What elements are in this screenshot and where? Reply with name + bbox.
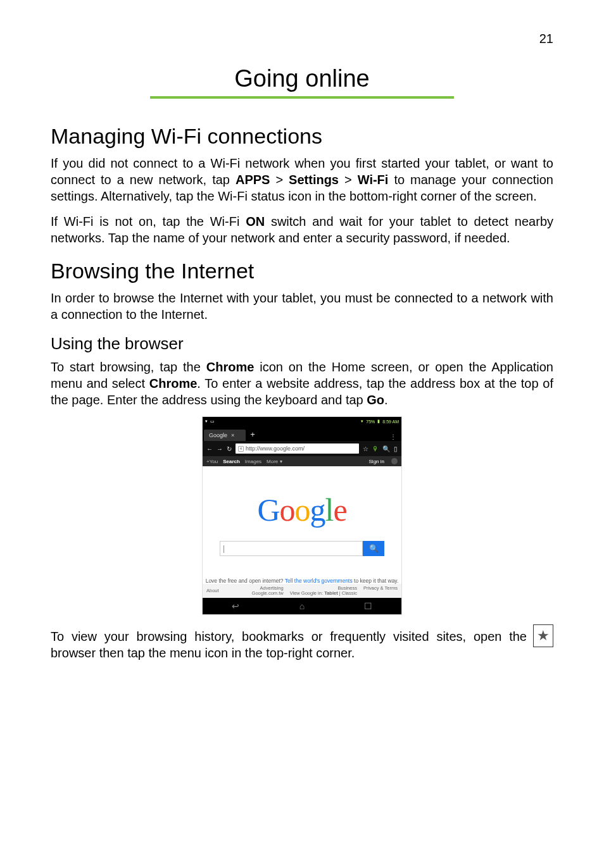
recents-nav-icon[interactable]: ☐ xyxy=(356,601,381,611)
page-number: 21 xyxy=(51,32,553,46)
sign-in-button[interactable]: Sign in xyxy=(366,458,387,465)
magnifier-icon: 🔍 xyxy=(369,544,379,553)
last-paragraph: To view your browsing history, bookmarks… xyxy=(51,628,527,661)
nav-more[interactable]: More ▾ xyxy=(267,459,282,464)
battery-text: 75% xyxy=(366,419,375,424)
title-divider xyxy=(150,96,454,99)
text: > xyxy=(339,173,358,187)
google-footer: About Advertising Google.com.tw Business… xyxy=(203,584,401,598)
text-bold-settings: Settings xyxy=(289,173,339,187)
reload-icon[interactable]: ↻ xyxy=(227,445,232,452)
battery-icon: ▮ xyxy=(377,419,380,424)
microphone-icon[interactable]: 🎙 xyxy=(372,445,379,452)
logo-letter: G xyxy=(257,492,279,528)
search-input[interactable]: | xyxy=(220,541,363,556)
text-bold-wifi: Wi-Fi xyxy=(358,173,389,187)
status-bar: ▾ ▭ ▾ 75% ▮ 8:59 AM xyxy=(203,417,401,426)
android-nav-bar: ↩ ⌂ ☐ xyxy=(203,598,401,614)
footer-locale[interactable]: Google.com.tw xyxy=(252,591,284,596)
wifi-icon: ▾ xyxy=(205,419,208,424)
text-bold-chrome2: Chrome xyxy=(149,376,198,390)
promo-link[interactable]: Tell the world's governments xyxy=(285,578,353,584)
bookmark-icon[interactable]: ▯ xyxy=(394,445,398,452)
text-bold-go: Go xyxy=(367,393,384,407)
nav-plus-you[interactable]: +You xyxy=(206,459,218,464)
gear-icon[interactable] xyxy=(391,458,398,464)
search-button[interactable]: 🔍 xyxy=(363,541,384,556)
forward-icon[interactable]: → xyxy=(217,445,223,452)
bookmark-star-icon: ★ xyxy=(533,624,553,647)
wifi-para-1: If you did not connect to a Wi-Fi networ… xyxy=(51,155,553,204)
logo-letter: o xyxy=(295,492,310,528)
url-input[interactable]: 4 http://www.google.com/ xyxy=(236,443,359,454)
nav-images[interactable]: Images xyxy=(245,459,261,464)
text: Love the free and open internet? xyxy=(206,578,285,584)
kebab-menu-icon[interactable]: ⋮ xyxy=(386,436,400,441)
browse-para-1: In order to browse the Internet with you… xyxy=(51,290,553,323)
google-logo: G o o g l e xyxy=(257,492,346,528)
star-icon[interactable]: ☆ xyxy=(363,445,368,452)
tab-strip: Google × + ⋮ xyxy=(203,426,401,441)
text: > xyxy=(270,173,289,187)
battery-outline-icon: ▭ xyxy=(210,419,215,424)
heading-browsing: Browsing the Internet xyxy=(51,259,553,283)
text: to keep it that way. xyxy=(353,578,399,584)
footer-terms[interactable]: Privacy & Terms xyxy=(363,586,398,591)
using-para: To start browsing, tap the Chrome icon o… xyxy=(51,359,553,408)
text-bold-chrome1: Chrome xyxy=(206,360,255,374)
footer-about[interactable]: About xyxy=(206,588,219,593)
page-title: Going online xyxy=(51,65,553,92)
footer-view-mode: View Google in: Tablet | Classic xyxy=(290,591,357,596)
star-icon: ★ xyxy=(537,629,550,643)
back-nav-icon[interactable]: ↩ xyxy=(223,601,248,611)
address-bar: ← → ↻ 4 http://www.google.com/ ☆ 🎙 🔍 ▯ xyxy=(203,441,401,456)
heading-using-browser: Using the browser xyxy=(51,334,553,354)
nav-search[interactable]: Search xyxy=(223,459,240,464)
clock-text: 8:59 AM xyxy=(382,419,399,424)
logo-letter: e xyxy=(333,492,346,528)
search-row: | 🔍 xyxy=(220,541,384,556)
text-bold-apps: APPS xyxy=(236,173,270,187)
url-text: http://www.google.com/ xyxy=(246,445,305,452)
home-nav-icon[interactable]: ⌂ xyxy=(289,601,315,611)
heading-managing-wifi: Managing Wi-Fi connections xyxy=(51,124,553,149)
embedded-screenshot: ▾ ▭ ▾ 75% ▮ 8:59 AM Google × + ⋮ xyxy=(203,417,401,614)
tab-label: Google xyxy=(209,432,227,438)
back-icon[interactable]: ← xyxy=(206,445,213,452)
text: . xyxy=(384,393,388,407)
text: To start browsing, tap the xyxy=(51,360,206,374)
logo-letter: o xyxy=(280,492,295,528)
promo-text: Love the free and open internet? Tell th… xyxy=(206,578,399,584)
text-bold-on: ON xyxy=(246,214,265,228)
wifi-para-2: If Wi-Fi is not on, tap the Wi-Fi ON swi… xyxy=(51,213,553,246)
google-top-nav: +You Search Images More ▾ Sign in xyxy=(203,456,401,466)
new-tab-button[interactable]: + xyxy=(248,430,260,441)
favicon-icon: 4 xyxy=(238,446,244,452)
logo-letter: l xyxy=(325,492,334,528)
search-icon[interactable]: 🔍 xyxy=(382,445,390,452)
text: If Wi-Fi is not on, tap the Wi-Fi xyxy=(51,214,246,228)
browser-tab[interactable]: Google × xyxy=(204,430,246,441)
logo-letter: g xyxy=(310,492,325,528)
close-icon[interactable]: × xyxy=(231,432,234,438)
wifi-strength-icon: ▾ xyxy=(361,419,363,424)
page-content: G o o g l e | 🔍 Love the free and open i… xyxy=(203,466,401,584)
